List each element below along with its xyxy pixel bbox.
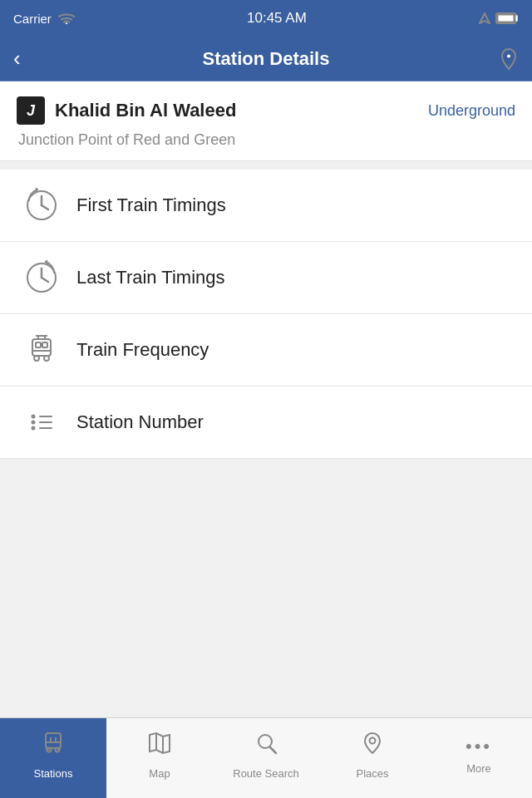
- svg-rect-14: [42, 342, 47, 347]
- station-subtitle: Junction Point of Red and Green: [17, 131, 515, 149]
- carrier-label: Carrier: [13, 12, 52, 26]
- places-icon: [359, 730, 386, 762]
- station-number-label: Station Number: [76, 411, 204, 433]
- tab-route-search[interactable]: Route Search: [213, 718, 319, 798]
- station-name: Khalid Bin Al Waleed: [55, 100, 236, 121]
- route-search-label: Route Search: [233, 767, 299, 780]
- places-label: Places: [356, 767, 388, 780]
- svg-point-23: [32, 426, 36, 431]
- train-frequency-icon: [20, 332, 63, 367]
- status-bar: Carrier 10:45 AM: [0, 0, 532, 37]
- menu-item-last-train[interactable]: Last Train Timings: [0, 242, 532, 314]
- page-title: Station Details: [50, 48, 482, 70]
- menu-item-station-number[interactable]: Station Number: [0, 387, 532, 459]
- status-left: Carrier: [13, 12, 75, 26]
- station-title-row: J Khalid Bin Al Waleed Underground: [17, 96, 515, 125]
- station-header: J Khalid Bin Al Waleed Underground Junct…: [0, 81, 532, 161]
- menu-item-first-train[interactable]: First Train Timings: [0, 170, 532, 242]
- svg-line-8: [42, 205, 48, 209]
- map-label: Map: [149, 767, 170, 780]
- last-train-label: Last Train Timings: [76, 267, 225, 288]
- tab-more[interactable]: ••• More: [426, 718, 532, 798]
- svg-marker-35: [150, 733, 170, 753]
- station-badge: J: [17, 96, 45, 125]
- menu-list: First Train Timings Last Train Timings: [0, 170, 532, 459]
- menu-item-train-frequency[interactable]: Train Frequency: [0, 314, 532, 387]
- svg-rect-27: [46, 733, 61, 748]
- status-time: 10:45 AM: [247, 10, 307, 27]
- route-search-icon: [253, 730, 279, 762]
- station-name-group: J Khalid Bin Al Waleed: [17, 96, 236, 125]
- tab-places[interactable]: Places: [319, 718, 426, 798]
- first-train-icon: [20, 188, 63, 223]
- location-button[interactable]: [482, 47, 519, 71]
- station-type: Underground: [428, 102, 515, 120]
- svg-point-0: [66, 22, 67, 24]
- svg-point-16: [34, 356, 39, 361]
- status-right: [479, 12, 519, 24]
- back-button[interactable]: ‹: [13, 46, 50, 71]
- stations-label: Stations: [34, 767, 73, 780]
- svg-line-39: [270, 747, 276, 753]
- more-label: More: [466, 762, 491, 775]
- location-arrow-icon: [479, 12, 490, 24]
- last-train-icon: [20, 260, 63, 295]
- svg-rect-4: [497, 15, 514, 22]
- svg-point-40: [370, 738, 376, 744]
- svg-marker-1: [480, 13, 490, 23]
- battery-icon: [495, 12, 519, 24]
- tab-bar: Stations Map Route Search: [0, 717, 532, 798]
- svg-point-5: [506, 53, 511, 58]
- location-pin-icon: [499, 47, 519, 71]
- tab-stations[interactable]: Stations: [0, 718, 106, 798]
- wifi-icon: [58, 12, 75, 24]
- svg-point-21: [32, 415, 36, 419]
- svg-point-22: [32, 421, 36, 425]
- station-number-icon: [20, 405, 63, 440]
- svg-point-17: [44, 356, 49, 361]
- stations-icon: [40, 730, 66, 762]
- svg-line-11: [42, 278, 48, 282]
- map-icon: [146, 730, 173, 762]
- nav-bar: ‹ Station Details: [0, 37, 532, 81]
- svg-point-38: [259, 735, 272, 748]
- svg-rect-13: [36, 342, 41, 347]
- train-frequency-label: Train Frequency: [76, 339, 209, 361]
- more-icon: •••: [466, 736, 492, 757]
- tab-map[interactable]: Map: [106, 718, 213, 798]
- first-train-label: First Train Timings: [76, 195, 226, 216]
